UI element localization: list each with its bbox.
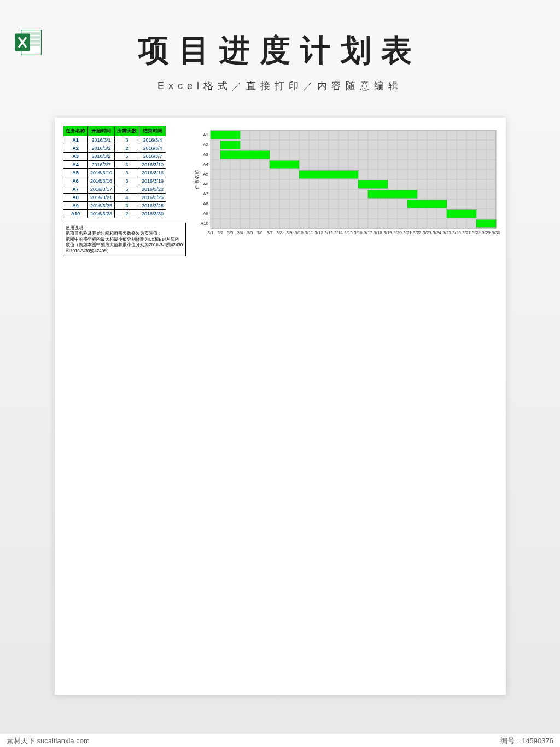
table-row: A92016/3/2532016/3/28	[63, 202, 166, 210]
table-cell: 2016/3/28	[139, 202, 166, 210]
instructions-box: 使用说明： 把项目名称及开始时间和所需天数修改为实际值； 把图中的横坐标的最大和…	[63, 223, 186, 256]
table-cell: A5	[63, 169, 88, 177]
table-cell: A9	[63, 202, 88, 210]
svg-text:3/16: 3/16	[354, 230, 363, 235]
svg-text:3/5: 3/5	[247, 230, 253, 235]
svg-rect-62	[358, 180, 388, 188]
table-cell: A10	[63, 210, 88, 218]
table-cell: 3	[115, 177, 139, 185]
table-row: A82016/3/2142016/3/25	[63, 194, 166, 202]
table-header: 任务名称	[63, 126, 88, 136]
svg-text:A5: A5	[203, 172, 208, 177]
table-row: A72016/3/1752016/3/22	[63, 185, 166, 194]
svg-text:A8: A8	[203, 201, 208, 206]
table-header: 结束时间	[139, 126, 166, 136]
svg-text:3/23: 3/23	[423, 230, 431, 235]
table-cell: A2	[63, 144, 88, 153]
table-cell: 2016/3/30	[139, 210, 166, 218]
table-row: A102016/3/2822016/3/30	[63, 210, 166, 218]
svg-rect-66	[476, 220, 496, 227]
svg-text:3/2: 3/2	[217, 230, 224, 235]
table-cell: 3	[115, 161, 139, 169]
svg-text:3/4: 3/4	[237, 230, 243, 235]
svg-text:3/3: 3/3	[227, 230, 234, 235]
table-cell: 2016/3/22	[139, 185, 166, 194]
table-cell: 2016/3/25	[88, 202, 115, 210]
svg-text:A4: A4	[203, 162, 208, 167]
schedule-table: 任务名称开始时间所需天数结束时间 A12016/3/132016/3/4A220…	[63, 126, 166, 218]
table-cell: 2016/3/10	[88, 169, 115, 177]
svg-text:3/13: 3/13	[324, 230, 333, 235]
svg-text:A10: A10	[201, 221, 209, 226]
svg-rect-63	[368, 190, 417, 198]
table-cell: 2016/3/19	[139, 177, 166, 185]
page-footer: 素材天下 sucaitianxia.com 编号：14590376	[0, 734, 560, 747]
svg-text:3/1: 3/1	[207, 230, 214, 235]
table-cell: 2016/3/7	[139, 153, 166, 161]
table-cell: 2016/3/25	[139, 194, 166, 202]
note-line: 使用说明：	[66, 225, 183, 231]
table-row: A52016/3/1062016/3/16	[63, 169, 166, 177]
svg-text:3/25: 3/25	[442, 230, 451, 235]
table-cell: 2016/3/1	[88, 136, 115, 144]
svg-text:A6: A6	[203, 182, 208, 186]
svg-text:3/14: 3/14	[334, 230, 343, 235]
svg-text:3/8: 3/8	[276, 230, 283, 235]
table-cell: 2	[115, 144, 139, 153]
table-cell: 5	[115, 185, 139, 194]
table-cell: A3	[63, 153, 88, 161]
table-cell: A8	[63, 194, 88, 202]
note-line: 把图中的横坐标的最大和最小值分别修改为C5和E14对应的数值（例如本图中的最大值…	[66, 237, 183, 254]
svg-text:3/15: 3/15	[344, 230, 353, 235]
table-cell: 2016/3/10	[139, 161, 166, 169]
page-subtitle: Excel格式／直接打印／内容随意编辑	[0, 79, 560, 92]
table-row: A22016/3/222016/3/4	[63, 144, 166, 153]
table-cell: 2016/3/21	[88, 194, 115, 202]
table-cell: 4	[115, 194, 139, 202]
svg-text:A2: A2	[203, 142, 208, 147]
table-cell: 2016/3/16	[139, 169, 166, 177]
gantt-chart: A1A2A3A4A5A6A7A8A9A103/13/23/33/43/53/63…	[194, 126, 500, 241]
svg-text:A7: A7	[203, 191, 208, 196]
svg-text:3/11: 3/11	[305, 230, 313, 235]
svg-text:3/6: 3/6	[256, 230, 263, 235]
svg-text:A1: A1	[203, 132, 208, 137]
svg-text:3/21: 3/21	[403, 230, 412, 235]
svg-text:A3: A3	[203, 152, 208, 157]
svg-rect-59	[220, 151, 270, 159]
table-cell: 2016/3/2	[88, 153, 115, 161]
svg-text:任务名称: 任务名称	[194, 170, 200, 190]
table-cell: 3	[115, 136, 139, 144]
svg-text:3/9: 3/9	[286, 230, 293, 235]
table-cell: A7	[63, 185, 88, 194]
table-cell: 2016/3/4	[139, 144, 166, 153]
svg-text:3/19: 3/19	[383, 230, 392, 235]
table-cell: 2016/3/7	[88, 161, 115, 169]
svg-rect-64	[407, 200, 447, 208]
table-cell: 2	[115, 210, 139, 218]
svg-text:3/29: 3/29	[482, 230, 491, 235]
svg-text:3/22: 3/22	[413, 230, 422, 235]
table-row: A12016/3/132016/3/4	[63, 136, 166, 144]
svg-text:3/10: 3/10	[295, 230, 304, 235]
svg-text:3/28: 3/28	[472, 230, 481, 235]
table-header: 开始时间	[88, 126, 115, 136]
table-cell: 6	[115, 169, 139, 177]
table-row: A42016/3/732016/3/10	[63, 161, 166, 169]
svg-rect-65	[447, 210, 476, 218]
table-cell: A6	[63, 177, 88, 185]
table-cell: A1	[63, 136, 88, 144]
svg-text:3/26: 3/26	[452, 230, 461, 235]
svg-text:3/12: 3/12	[314, 230, 323, 235]
table-cell: A4	[63, 161, 88, 169]
svg-text:3/20: 3/20	[393, 230, 402, 235]
table-header: 所需天数	[115, 126, 139, 136]
table-cell: 2016/3/2	[88, 144, 115, 153]
table-row: A32016/3/252016/3/7	[63, 153, 166, 161]
svg-text:3/18: 3/18	[374, 230, 382, 235]
svg-rect-61	[299, 171, 358, 178]
table-cell: 2016/3/28	[88, 210, 115, 218]
svg-text:A9: A9	[203, 211, 208, 216]
svg-rect-58	[220, 141, 240, 149]
footer-source: 素材天下 sucaitianxia.com	[7, 736, 90, 745]
